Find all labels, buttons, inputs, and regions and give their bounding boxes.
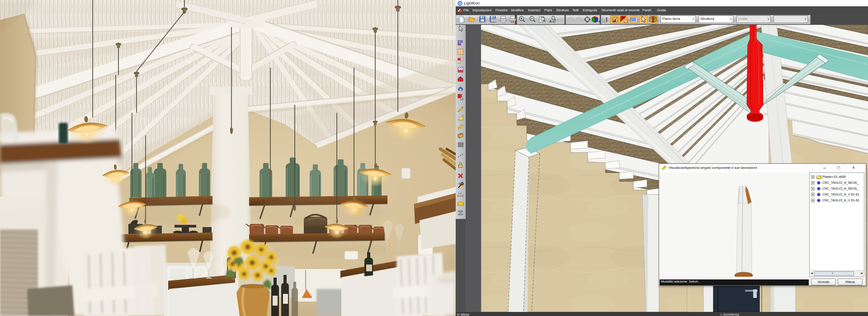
svg-text:-Ω: -Ω <box>552 20 556 23</box>
svg-text:1 2 3: 1 2 3 <box>458 203 464 205</box>
svg-text:1.0: 1.0 <box>458 192 462 195</box>
